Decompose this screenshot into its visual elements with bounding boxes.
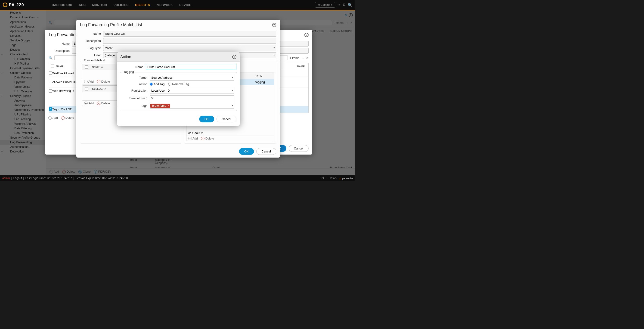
dialog-title: Log Forwarding Profile Match List — [80, 22, 142, 27]
tag-chip[interactable]: brute-force✕ — [150, 104, 170, 108]
dialog-action: Action ? Name Tagging Target Source Addr… — [117, 52, 240, 126]
top-nav: PA-220 DASHBOARD ACC MONITOR POLICIES OB… — [0, 0, 355, 10]
row-checkbox[interactable] — [49, 80, 52, 83]
footer-logout[interactable]: Logout — [14, 176, 22, 180]
select-target[interactable]: Source Address — [150, 75, 234, 80]
input-name[interactable] — [103, 31, 276, 36]
tab-acc[interactable]: ACC — [79, 3, 86, 7]
tab-monitor[interactable]: MONITOR — [92, 3, 107, 7]
input-action-name[interactable] — [146, 64, 236, 70]
col-syslog[interactable]: SYSLOG — [92, 88, 103, 90]
ok-button[interactable]: OK — [239, 148, 254, 155]
label-name: Name — [120, 65, 144, 69]
input-description[interactable] — [103, 38, 276, 44]
add-button[interactable]: + Add — [84, 102, 94, 105]
delete-button[interactable]: − Delete — [97, 80, 110, 84]
help-icon[interactable]: ? — [272, 23, 276, 27]
radio-add-tag[interactable]: Add Tag — [150, 82, 164, 86]
row-name[interactable]: WildFire Allowed — [52, 72, 74, 75]
delete-button[interactable]: − Delete — [201, 137, 214, 140]
cancel-button[interactable]: Cancel — [216, 116, 236, 122]
label-action: Action — [122, 82, 147, 86]
search-icon[interactable]: 🔍 — [348, 3, 352, 7]
cancel-button[interactable]: Cancel — [256, 148, 276, 155]
label-name: Name — [49, 42, 70, 45]
add-button[interactable]: + Add — [188, 137, 198, 140]
select-all-checkbox[interactable] — [85, 66, 88, 69]
delete-button[interactable]: − Delete — [61, 116, 74, 120]
chevron-down-icon: ▾ — [331, 4, 332, 6]
label-description: Description — [80, 39, 101, 42]
label-registration: Registration — [122, 89, 147, 92]
search-icon: 🔍 — [49, 56, 52, 60]
cell-bfco: ce Cool Off — [186, 130, 274, 136]
items-count: 4 items — [290, 56, 299, 60]
dialog-title: Action — [120, 54, 131, 59]
export-icon[interactable]: ⇪ — [338, 3, 340, 7]
tab-device[interactable]: DEVICE — [179, 3, 191, 7]
label-target: Target — [122, 76, 147, 79]
select-logtype[interactable]: threat — [103, 45, 276, 51]
legend-forward-method: Forward Method — [82, 59, 106, 62]
settings-add-icon[interactable]: ⧉ — [343, 3, 345, 7]
tab-dashboard[interactable]: DASHBOARD — [52, 3, 72, 7]
commit-label: Commit — [320, 3, 330, 6]
footer-expire: Session Expire Time: 01/17/2020 16:45:38 — [76, 176, 128, 180]
row-checkbox[interactable] — [49, 89, 52, 92]
label-tags: Tags — [122, 104, 147, 108]
help-icon[interactable]: ? — [232, 55, 236, 59]
col-snmp[interactable]: SNMP — [92, 66, 100, 68]
radio-remove-tag[interactable]: Remove Tag — [168, 82, 189, 86]
next-icon[interactable]: → — [301, 56, 304, 60]
messages-icon[interactable]: ✉ — [322, 176, 324, 180]
row-name[interactable]: Tag to Cool Off — [52, 108, 72, 111]
legend-tagging: Tagging — [122, 70, 135, 74]
footer: admin | Logout | Last Login Time: 12/18/… — [0, 175, 355, 182]
label-name: Name — [80, 32, 101, 36]
brand-logo: PA-220 — [3, 2, 24, 8]
select-all-checkbox[interactable] — [51, 64, 54, 68]
select-registration[interactable]: Local User-ID — [150, 88, 234, 94]
select-all-checkbox[interactable] — [85, 87, 88, 90]
ok-button[interactable]: OK — [199, 116, 214, 122]
row-checkbox[interactable] — [49, 107, 52, 110]
col-name[interactable]: NAME — [56, 65, 64, 68]
cell-type: tagging — [256, 80, 274, 84]
tasks-icon[interactable]: ☰ Tasks — [326, 176, 336, 180]
sort-icon[interactable]: ᐱ — [104, 88, 106, 90]
delete-button[interactable]: − Delete — [97, 102, 110, 105]
input-timeout[interactable] — [150, 95, 234, 101]
brand-icon — [3, 2, 8, 7]
close-icon[interactable]: ✕ — [306, 56, 308, 60]
col-type[interactable]: TYPE — [256, 74, 274, 77]
input-tags[interactable]: brute-force✕ — [150, 103, 234, 108]
paloalto-logo: ⊿ paloalto — [339, 176, 353, 180]
tab-objects[interactable]: OBJECTS — [135, 3, 150, 7]
commit-button[interactable]: ⎙ Commit ▾ — [315, 2, 335, 8]
row-name[interactable]: Web Browsing to — [52, 89, 74, 92]
col-actions[interactable]: NAME — [297, 65, 308, 68]
nav-tabs: DASHBOARD ACC MONITOR POLICIES OBJECTS N… — [52, 3, 191, 7]
tab-policies[interactable]: POLICIES — [114, 3, 128, 7]
tab-network[interactable]: NETWORK — [156, 3, 173, 7]
help-icon[interactable]: ? — [304, 33, 308, 37]
label-filter: Filter — [80, 54, 101, 57]
add-button[interactable]: + Add — [84, 80, 94, 84]
footer-last-login: Last Login Time: 12/18/2020 12:42:37 — [26, 176, 72, 180]
add-button[interactable]: + Add — [48, 116, 58, 120]
sort-icon[interactable]: ᐱ — [101, 66, 103, 68]
label-timeout: Timeout (min) — [122, 96, 147, 100]
commit-icon: ⎙ — [318, 3, 320, 6]
dialog-title: Log Forwarding — [49, 32, 78, 37]
row-checkbox[interactable] — [49, 71, 52, 74]
cancel-button[interactable]: Cancel — [289, 145, 308, 152]
footer-user: admin — [2, 176, 10, 180]
label-description: Description — [49, 49, 70, 52]
remove-tag-icon[interactable]: ✕ — [167, 104, 169, 107]
label-logtype: Log Type — [80, 46, 101, 50]
brand-text: PA-220 — [9, 2, 24, 8]
